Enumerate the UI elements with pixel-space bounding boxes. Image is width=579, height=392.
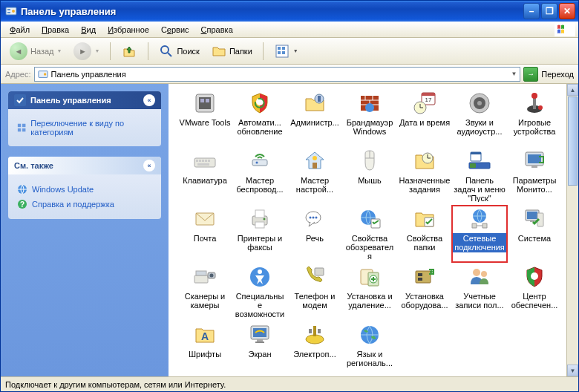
cp-item-label: Принтеры и факсы: [232, 233, 287, 252]
cp-item-wireless[interactable]: Мастер беспровод...: [232, 148, 287, 204]
menu-help[interactable]: Справка: [195, 24, 239, 36]
cp-item-addremove[interactable]: Установка и удаление...: [342, 264, 397, 320]
cp-item-label: Свойства папки: [397, 233, 452, 252]
globe-icon: [17, 184, 27, 195]
cp-item-label: Речь: [304, 233, 325, 244]
cp-item-monitorcfg[interactable]: Параметры Монито...: [507, 148, 562, 204]
scroll-thumb[interactable]: [568, 97, 578, 186]
clock-icon: [413, 91, 436, 115]
scroll-up-button[interactable]: ▲: [567, 84, 578, 96]
icon-area: VMware ToolsАвтомати... обновлениеАдмини…: [169, 84, 566, 376]
windows-update-link[interactable]: Windows Update: [17, 182, 152, 197]
address-input[interactable]: Панель управления ▼: [34, 67, 521, 82]
cp-item-speaker[interactable]: Звуки и аудиоустр...: [452, 90, 507, 146]
chevron-up-icon[interactable]: «: [143, 94, 155, 106]
cp-item-label: Сетевые подключения: [452, 233, 507, 252]
titlebar[interactable]: Панель управления – ❐ ✕: [1, 1, 578, 22]
cp-item-clock[interactable]: Дата и время: [397, 90, 452, 146]
cp-item-keyboard[interactable]: Клавиатура: [177, 148, 232, 204]
vertical-scrollbar[interactable]: ▲ ▼: [566, 84, 578, 376]
cp-item-security[interactable]: Центр обеспечен...: [507, 264, 562, 320]
cp-item-fonts[interactable]: Шрифты: [177, 321, 232, 376]
cp-item-mouse[interactable]: Мышь: [342, 148, 397, 204]
cp-item-joystick[interactable]: Игровые устройства: [507, 90, 562, 146]
display-icon: [248, 323, 272, 347]
cp-item-firewall[interactable]: Брандмауэр Windows: [342, 90, 397, 146]
cp-item-admin[interactable]: Администр...: [287, 90, 342, 146]
minimize-button[interactable]: –: [523, 3, 540, 19]
cp-item-phone[interactable]: Телефон и модем: [287, 264, 342, 320]
cp-item-access[interactable]: Специальные возможности: [232, 264, 287, 320]
wireless-icon: [248, 149, 272, 173]
cp-item-inetopt[interactable]: Свойства обозревателя: [342, 206, 397, 262]
cp-item-label: Назначенные задания: [397, 175, 452, 195]
power-icon: [303, 323, 327, 347]
svg-rect-10: [278, 51, 281, 54]
cp-item-nethome[interactable]: Мастер настрой...: [287, 148, 342, 204]
cp-item-display[interactable]: Экран: [232, 321, 287, 376]
menu-file[interactable]: Файл: [4, 24, 36, 36]
netconn-icon: [468, 207, 491, 231]
window: Панель управления – ❐ ✕ Файл Правка Вид …: [0, 0, 579, 392]
cp-item-label: Звуки и аудиоустр...: [452, 117, 507, 137]
cp-item-label: Игровые устройства: [507, 117, 562, 137]
cp-item-vm[interactable]: VMware Tools: [177, 90, 232, 146]
cp-item-speech[interactable]: Речь: [287, 206, 342, 262]
svg-rect-18: [22, 128, 25, 131]
admin-icon: [303, 91, 327, 115]
fonts-icon: [193, 323, 217, 347]
cp-item-netconn[interactable]: Сетевые подключения: [452, 206, 507, 262]
views-button[interactable]: ▼: [269, 42, 303, 61]
search-button[interactable]: Поиск: [154, 42, 203, 60]
svg-rect-14: [14, 94, 26, 106]
cp-item-addhw[interactable]: Установка оборудова...: [397, 264, 452, 320]
regional-icon: [358, 323, 382, 347]
cp-item-label: Центр обеспечен...: [507, 291, 562, 310]
cp-item-regional[interactable]: Язык и региональ...: [342, 321, 397, 376]
printer-icon: [248, 207, 272, 231]
cp-item-sched[interactable]: Назначенные задания: [397, 148, 452, 204]
scroll-down-button[interactable]: ▼: [567, 365, 578, 376]
access-icon: [248, 265, 272, 289]
menu-tools[interactable]: Сервис: [155, 24, 195, 36]
category-icon: [17, 122, 26, 133]
control-panel-icon: [38, 69, 48, 79]
folders-button[interactable]: Папки: [207, 42, 257, 60]
cp-item-printer[interactable]: Принтеры и факсы: [232, 206, 287, 262]
menu-edit[interactable]: Правка: [36, 24, 75, 36]
cp-item-taskbar[interactable]: Панель задач и меню "Пуск": [452, 148, 507, 204]
cp-item-label: Клавиатура: [181, 175, 229, 186]
go-label[interactable]: Переход: [541, 70, 574, 79]
cp-item-mail[interactable]: Почта: [177, 206, 232, 262]
cp-item-label: Дата и время: [398, 117, 451, 128]
chevron-up-icon[interactable]: «: [143, 160, 155, 172]
cp-item-folderopt[interactable]: Свойства папки: [397, 206, 452, 262]
joystick-icon: [523, 91, 546, 115]
cp-item-label: Язык и региональ...: [342, 349, 397, 368]
statusbar: Подключает к другим компьютерам, сетям и…: [1, 376, 578, 391]
cp-item-shield[interactable]: Автомати... обновление: [232, 90, 287, 146]
go-button[interactable]: →: [523, 67, 538, 82]
menu-favorites[interactable]: Избранное: [102, 24, 155, 36]
address-drop-icon[interactable]: ▼: [511, 71, 517, 77]
forward-button[interactable]: ►▼: [69, 41, 104, 62]
addhw-icon: [413, 265, 436, 289]
close-button[interactable]: ✕: [559, 3, 575, 19]
task-header-seealso[interactable]: См. также «: [8, 157, 161, 174]
cp-item-system[interactable]: Система: [507, 206, 562, 262]
cp-item-power[interactable]: Электроп...: [287, 321, 342, 376]
cp-item-scanner[interactable]: Сканеры и камеры: [177, 264, 232, 320]
back-button[interactable]: ◄Назад▼: [5, 41, 66, 62]
switch-view-link[interactable]: Переключение к виду по категориям: [17, 117, 152, 139]
maximize-button[interactable]: ❐: [541, 3, 557, 19]
svg-rect-16: [22, 124, 25, 127]
menubar: Файл Правка Вид Избранное Сервис Справка: [1, 22, 578, 38]
body: Панель управления « Переключение к виду …: [1, 84, 578, 376]
up-button[interactable]: [117, 42, 142, 61]
task-header-cp[interactable]: Панель управления «: [8, 91, 161, 109]
help-link[interactable]: ? Справка и поддержка: [17, 197, 152, 212]
cp-item-users[interactable]: Учетные записи пол...: [452, 264, 507, 320]
menu-view[interactable]: Вид: [75, 24, 102, 36]
monitorcfg-icon: [523, 149, 546, 173]
cp-item-label: Специальные возможности: [232, 291, 287, 318]
